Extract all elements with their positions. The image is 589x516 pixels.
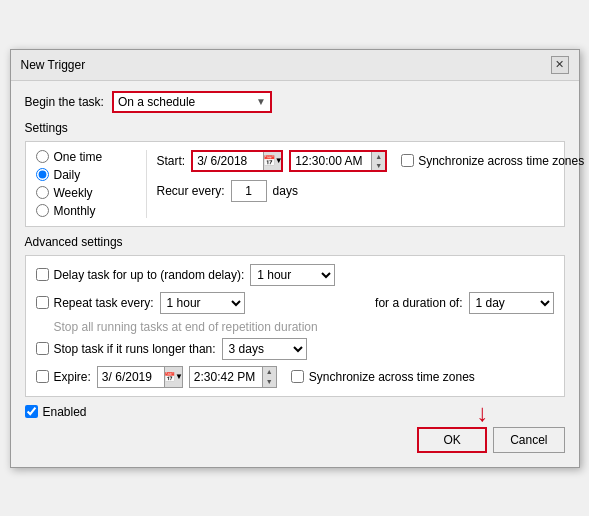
combobox-arrow-icon: ▼	[256, 96, 266, 107]
sync-timezone-checkbox[interactable]	[401, 154, 414, 167]
delay-task-text: Delay task for up to (random delay):	[54, 268, 245, 282]
schedule-type-radio-group: One time Daily Weekly Monthly	[36, 150, 126, 218]
recur-row: Recur every: days	[157, 180, 585, 202]
duration-group: for a duration of: 1 day 15 minutes 1 ho…	[375, 292, 553, 314]
delay-task-row: Delay task for up to (random delay): 1 h…	[36, 264, 554, 286]
radio-one-time-input[interactable]	[36, 150, 49, 163]
start-time-field[interactable]: ▲ ▼	[289, 150, 387, 172]
settings-section-label: Settings	[25, 121, 565, 135]
stop-running-text: Stop all running tasks at end of repetit…	[36, 320, 554, 334]
button-area: ↓ OK Cancel	[25, 427, 565, 457]
expire-text: Expire:	[54, 370, 91, 384]
radio-weekly-input[interactable]	[36, 186, 49, 199]
radio-weekly-label: Weekly	[54, 186, 93, 200]
radio-weekly[interactable]: Weekly	[36, 186, 126, 200]
stop-task-label[interactable]: Stop task if it runs longer than:	[36, 342, 216, 356]
start-row: Start: 📅 ▼ ▲ ▼	[157, 150, 585, 172]
repeat-task-text: Repeat task every:	[54, 296, 154, 310]
expire-spin-up[interactable]: ▲	[263, 367, 276, 377]
time-spin-down[interactable]: ▼	[372, 161, 385, 170]
settings-box: One time Daily Weekly Monthly	[25, 141, 565, 227]
expire-cal-icon: 📅	[164, 372, 175, 382]
begin-task-label: Begin the task:	[25, 95, 104, 109]
time-spinner: ▲ ▼	[371, 152, 385, 170]
repeat-task-label[interactable]: Repeat task every:	[36, 296, 154, 310]
radio-daily-label: Daily	[54, 168, 81, 182]
expire-date-field[interactable]: 📅 ▼	[97, 366, 183, 388]
ok-arrow-indicator: ↓	[477, 399, 489, 427]
recur-label: Recur every:	[157, 184, 225, 198]
expire-date-input[interactable]	[98, 370, 164, 384]
settings-inner: One time Daily Weekly Monthly	[36, 150, 554, 218]
recur-value-input[interactable]	[231, 180, 267, 202]
start-date-field[interactable]: 📅 ▼	[191, 150, 283, 172]
radio-monthly-label: Monthly	[54, 204, 96, 218]
recur-unit-label: days	[273, 184, 298, 198]
repeat-task-checkbox[interactable]	[36, 296, 49, 309]
radio-daily[interactable]: Daily	[36, 168, 126, 182]
expire-time-field[interactable]: ▲ ▼	[189, 366, 277, 388]
new-trigger-dialog: New Trigger ✕ Begin the task: On a sched…	[10, 49, 580, 468]
expire-sync-label[interactable]: Synchronize across time zones	[291, 370, 475, 384]
repeat-task-row: Repeat task every: 1 hour 5 minutes 10 m…	[36, 292, 554, 314]
start-date-input[interactable]	[193, 152, 263, 170]
settings-content: Start: 📅 ▼ ▲ ▼	[146, 150, 585, 218]
radio-monthly[interactable]: Monthly	[36, 204, 126, 218]
expire-sync-text: Synchronize across time zones	[309, 370, 475, 384]
delay-task-checkbox[interactable]	[36, 268, 49, 281]
start-label: Start:	[157, 154, 186, 168]
close-button[interactable]: ✕	[551, 56, 569, 74]
expire-spin-down[interactable]: ▼	[263, 377, 276, 387]
sync-timezone-label: Synchronize across time zones	[418, 154, 584, 168]
stop-task-checkbox[interactable]	[36, 342, 49, 355]
button-row: ↓ OK Cancel	[25, 427, 565, 457]
radio-monthly-input[interactable]	[36, 204, 49, 217]
enabled-label: Enabled	[43, 405, 87, 419]
start-time-input[interactable]	[291, 152, 371, 170]
cal-arrow-icon: ▼	[275, 156, 283, 165]
advanced-section-label: Advanced settings	[25, 235, 565, 249]
expire-calendar-button[interactable]: 📅 ▼	[164, 367, 182, 387]
duration-label: for a duration of:	[375, 296, 462, 310]
delay-task-label[interactable]: Delay task for up to (random delay):	[36, 268, 245, 282]
expire-row: Expire: 📅 ▼ ▲ ▼	[36, 366, 554, 388]
expire-label[interactable]: Expire:	[36, 370, 91, 384]
repeat-task-select[interactable]: 1 hour 5 minutes 10 minutes 30 minutes	[160, 292, 245, 314]
duration-select[interactable]: 1 day 15 minutes 1 hour Indefinitely	[469, 292, 554, 314]
calendar-icon: 📅	[263, 155, 275, 166]
enabled-checkbox[interactable]	[25, 405, 38, 418]
stop-task-text-label: Stop task if it runs longer than:	[54, 342, 216, 356]
expire-time-spinner: ▲ ▼	[262, 367, 276, 387]
expire-sync-checkbox[interactable]	[291, 370, 304, 383]
dialog-body: Begin the task: On a schedule At log on …	[11, 81, 579, 467]
sync-timezone-row: Synchronize across time zones	[401, 154, 584, 168]
time-spin-up[interactable]: ▲	[372, 152, 385, 161]
stop-task-row: Stop task if it runs longer than: 3 days…	[36, 338, 554, 360]
radio-daily-input[interactable]	[36, 168, 49, 181]
radio-one-time[interactable]: One time	[36, 150, 126, 164]
cancel-button[interactable]: Cancel	[493, 427, 564, 453]
dialog-title: New Trigger	[21, 58, 86, 72]
delay-task-select[interactable]: 1 hour 30 minutes 2 hours 4 hours	[250, 264, 335, 286]
title-bar: New Trigger ✕	[11, 50, 579, 81]
expire-checkbox[interactable]	[36, 370, 49, 383]
begin-task-select[interactable]: On a schedule At log on At startup On id…	[118, 95, 252, 109]
expire-time-input[interactable]	[190, 370, 262, 384]
close-icon: ✕	[555, 58, 564, 71]
radio-one-time-label: One time	[54, 150, 103, 164]
begin-task-row: Begin the task: On a schedule At log on …	[25, 91, 565, 113]
advanced-box: Delay task for up to (random delay): 1 h…	[25, 255, 565, 397]
calendar-button[interactable]: 📅 ▼	[263, 152, 281, 170]
ok-button[interactable]: OK	[417, 427, 487, 453]
stop-task-duration-select[interactable]: 3 days 30 minutes 1 hour 1 day	[222, 338, 307, 360]
begin-task-combobox[interactable]: On a schedule At log on At startup On id…	[112, 91, 272, 113]
